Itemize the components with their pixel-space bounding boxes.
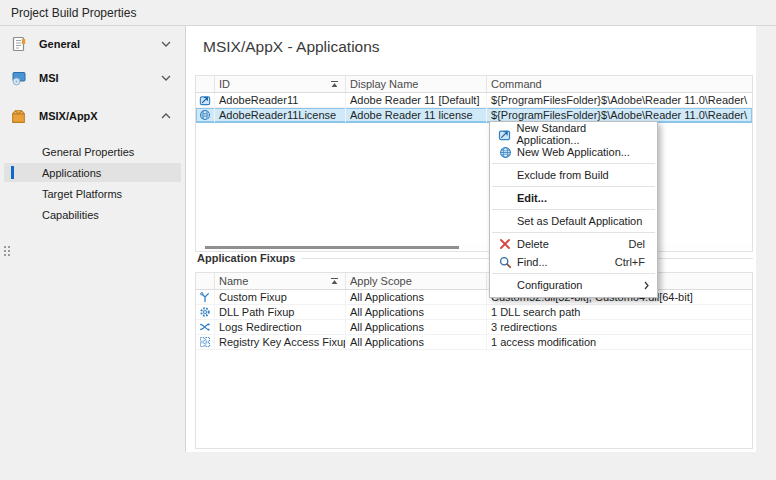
apply-scope-column-header[interactable]: Apply Scope [346,273,487,289]
sidebar-item-label: Capabilities [42,209,99,221]
main-panel: MSIX/AppX - Applications ID Display Name… [186,26,756,452]
registry-icon [196,335,215,349]
table-row[interactable]: Logs Redirection All Applications 3 redi… [196,320,752,335]
chevron-up-icon[interactable] [161,113,171,119]
dialog-titlebar: Project Build Properties [0,0,776,26]
applications-table: ID Display Name Command AdobeReader11 Ad… [195,75,753,252]
horizontal-scrollbar[interactable] [197,245,751,250]
display-name-column-header[interactable]: Display Name [346,76,487,92]
sidebar-item-label: General Properties [42,146,134,158]
chevron-down-icon[interactable] [161,41,171,47]
scrollbar-thumb[interactable] [205,246,459,249]
fixups-table: Name Apply Scope Details Custom Fixup Al… [195,272,753,449]
standard-app-icon [493,128,517,141]
menu-item-configuration[interactable]: Configuration [490,276,657,294]
search-icon [493,256,517,269]
delete-icon [493,238,517,250]
msi-disc-icon [10,70,27,87]
sidebar-item-general-properties[interactable]: General Properties [4,142,181,161]
sidebar: General MSI MSIX/AppX General Properties… [0,26,185,480]
menu-separator [492,273,655,274]
sidebar-item-general[interactable]: General [0,33,185,55]
fixups-group-label: Application Fixups [197,252,753,264]
page-heading: MSIX/AppX - Applications [203,38,380,56]
menu-item-find[interactable]: Find... Ctrl+F [490,253,657,271]
web-app-icon [196,108,215,122]
menu-item-set-as-default-application[interactable]: Set as Default Application [490,212,657,230]
menu-item-edit[interactable]: Edit... [490,189,657,207]
table-row[interactable]: Registry Key Access Fixup All Applicatio… [196,335,752,350]
menu-separator [492,232,655,233]
drag-handle[interactable] [4,246,10,256]
sidebar-item-label: Applications [42,167,101,179]
menu-item-delete[interactable]: Delete Del [490,235,657,253]
sidebar-item-label: General [39,38,80,50]
id-column-header[interactable]: ID [215,76,346,92]
name-column-header[interactable]: Name [215,273,346,289]
table-row[interactable]: DLL Path Fixup All Applications 1 DLL se… [196,305,752,320]
menu-separator [492,186,655,187]
sidebar-item-capabilities[interactable]: Capabilities [4,205,181,224]
table-row-selected[interactable]: AdobeReader11License Adobe Reader 11 lic… [196,108,752,123]
selected-indicator-bar [11,166,14,179]
sidebar-item-target-platforms[interactable]: Target Platforms [4,184,181,203]
menu-separator [492,209,655,210]
menu-item-new-standard-application[interactable]: New Standard Application... [490,125,657,143]
icon-column-header [196,76,215,92]
standard-app-icon [196,93,215,107]
icon-column-header [196,273,215,289]
sidebar-item-label: MSI [39,72,59,84]
shortcut-label: Ctrl+F [615,256,649,268]
package-icon [10,108,27,125]
fixups-table-header: Name Apply Scope Details [196,273,752,290]
menu-separator [492,163,655,164]
command-column-header[interactable]: Command [487,76,752,92]
submenu-arrow-icon [644,281,649,290]
table-row[interactable]: AdobeReader11 Adobe Reader 11 [Default] … [196,93,752,108]
sidebar-item-msix-appx[interactable]: MSIX/AppX [0,105,185,127]
sort-ascending-icon [330,80,339,88]
page-title: Project Build Properties [11,6,136,20]
gear-icon [196,305,215,319]
sidebar-item-label: Target Platforms [42,188,122,200]
sort-ascending-icon [330,277,339,285]
shuffle-icon [196,320,215,334]
sidebar-item-applications[interactable]: Applications [4,163,181,182]
table-row[interactable]: Custom Fixup All Applications Custom32.d… [196,290,752,305]
shortcut-label: Del [628,238,649,250]
sidebar-item-msi[interactable]: MSI [0,67,185,89]
chevron-down-icon[interactable] [161,75,171,81]
applications-table-header: ID Display Name Command [196,76,752,93]
sidebar-item-label: MSIX/AppX [39,110,98,122]
web-app-icon [493,146,517,159]
document-icon [10,36,27,53]
tools-icon [196,290,215,304]
context-menu: New Standard Application... New Web Appl… [489,121,658,298]
menu-item-exclude-from-build[interactable]: Exclude from Build [490,166,657,184]
